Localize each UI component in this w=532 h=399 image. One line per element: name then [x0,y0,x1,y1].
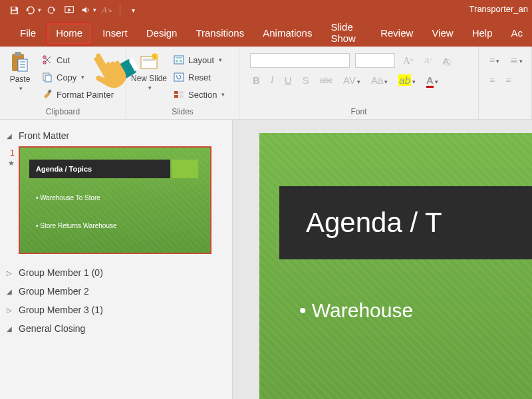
tab-view[interactable]: View [422,23,462,45]
font-size-selector[interactable] [355,53,395,68]
align-center-button[interactable]: ≡ [501,73,515,86]
format-painter-button[interactable]: Format Painter [39,86,116,102]
title-bar: ▾ ▾ A↘ ▾ Transporter_an [0,0,532,20]
svg-rect-6 [15,52,21,56]
customize-qat-icon[interactable]: ▾ [124,1,142,19]
group-label [483,107,527,118]
collapse-icon: ◢ [7,288,15,295]
window-title: Transporter_an [469,4,528,14]
font-family-selector[interactable] [250,53,350,68]
font-color-button[interactable]: A▾ [424,74,441,86]
group-label: Font [243,107,474,118]
bullets-button[interactable]: ≡▾ [485,53,503,66]
thumb-title: Agenda / Topics [29,160,170,178]
underline-button[interactable]: U [282,74,295,86]
thumb-bullet: • Warehouse To Store [36,194,100,201]
paste-button[interactable]: Paste ▾ [4,49,36,92]
section-group-member-3[interactable]: ▷Group Member 3 (1) [5,301,227,319]
cut-button[interactable]: Cut [39,52,116,68]
section-general-closing[interactable]: ◢General Closing [5,319,227,338]
strikethrough-button[interactable]: abc [317,76,335,85]
clear-formatting-button[interactable]: A⃠ [440,55,452,66]
copy-icon [41,71,53,83]
chevron-down-icon: ▾ [148,84,152,91]
tab-transitions[interactable]: Transitions [186,23,253,45]
sound-icon[interactable]: ▾ [80,1,97,19]
shadow-button[interactable]: S [300,74,312,86]
highlight-button[interactable]: ab▾ [396,74,418,86]
slide-editor[interactable]: Agenda / T • Warehouse [233,120,532,399]
cut-label: Cut [57,55,70,65]
new-slide-label: New Slide [131,74,167,83]
change-case-button[interactable]: Aa▾ [368,74,390,86]
bold-button[interactable]: B [250,74,263,86]
group-clipboard: Paste ▾ Cut Copy ▾ Format Painter C [0,47,126,119]
svg-rect-1 [11,11,17,13]
svg-rect-23 [180,91,184,94]
tab-animations[interactable]: Animations [253,23,321,45]
slide-thumbnail-row: 1 ★ Agenda / Topics • Warehouse To Store… [5,146,227,254]
svg-rect-11 [45,75,51,82]
group-label: Clipboard [4,107,122,118]
svg-rect-22 [174,95,178,98]
thumb-bullet: • Store Returns Warehouse [36,222,117,229]
outline-pane[interactable]: ◢Front Matter 1 ★ Agenda / Topics • Ware… [0,120,233,399]
undo-icon[interactable]: ▾ [24,1,41,19]
tab-acrobat[interactable]: Ac [501,23,532,45]
clear-format-icon[interactable]: A↘ [98,1,116,19]
chevron-down-icon: ▾ [19,85,23,92]
scissors-icon [41,54,53,66]
tab-design[interactable]: Design [137,23,187,45]
start-from-beginning-icon[interactable] [61,1,78,19]
tab-home[interactable]: Home [45,21,93,46]
workspace: ◢Front Matter 1 ★ Agenda / Topics • Ware… [0,120,532,399]
section-button[interactable]: Section▾ [170,86,227,102]
grow-font-button[interactable]: A^ [400,55,416,66]
copy-button[interactable]: Copy ▾ [39,69,116,85]
group-paragraph: ≡▾ ≣▾ ≡ ≡ [479,47,532,119]
section-group-member-1[interactable]: ▷Group Member 1 (0) [5,263,227,282]
paste-label: Paste [10,74,31,84]
layout-button[interactable]: Layout▾ [170,52,227,68]
expand-icon: ▷ [7,269,15,277]
slide-canvas[interactable]: Agenda / T • Warehouse [259,133,532,399]
svg-rect-0 [11,7,15,9]
save-icon[interactable] [5,1,23,19]
slide-title[interactable]: Agenda / T [279,186,532,259]
thumb-accent [172,160,198,178]
animation-star-icon[interactable]: ★ [8,159,15,168]
slide-thumbnail[interactable]: Agenda / Topics • Warehouse To Store • S… [19,146,211,254]
group-slides: New Slide ▾ Layout▾ Reset Section▾ Slide… [126,47,239,119]
group-label: Slides [130,107,235,118]
expand-icon: ▷ [7,307,15,314]
svg-rect-7 [18,59,27,71]
tab-file[interactable]: File [11,23,45,45]
section-front-matter[interactable]: ◢Front Matter [5,126,227,145]
tab-help[interactable]: Help [463,23,502,45]
section-icon [173,88,185,100]
new-slide-button[interactable]: New Slide ▾ [130,49,168,91]
char-spacing-button[interactable]: AV▾ [340,74,363,86]
svg-rect-18 [176,60,178,63]
reset-button[interactable]: Reset [170,69,227,85]
svg-rect-19 [180,60,182,63]
copy-label: Copy [57,72,76,82]
align-left-button[interactable]: ≡ [485,73,499,86]
collapse-icon: ◢ [7,325,15,332]
section-group-member-2[interactable]: ◢Group Member 2 [5,282,227,301]
reset-icon [173,71,185,83]
svg-rect-21 [174,91,178,94]
collapse-icon: ◢ [7,132,15,140]
tab-insert[interactable]: Insert [93,23,137,45]
slide-body-text[interactable]: • Warehouse [299,299,413,322]
reset-label: Reset [188,72,211,82]
redo-icon[interactable] [43,1,60,19]
numbering-button[interactable]: ≣▾ [506,53,527,66]
tab-slideshow[interactable]: Slide Show [321,17,371,50]
format-painter-label: Format Painter [57,90,114,100]
italic-button[interactable]: I [268,74,277,86]
svg-rect-20 [174,73,184,81]
ribbon-tabs: File Home Insert Design Transitions Anim… [0,20,532,47]
shrink-font-button[interactable]: Aˇ [422,56,435,66]
tab-review[interactable]: Review [371,23,422,45]
